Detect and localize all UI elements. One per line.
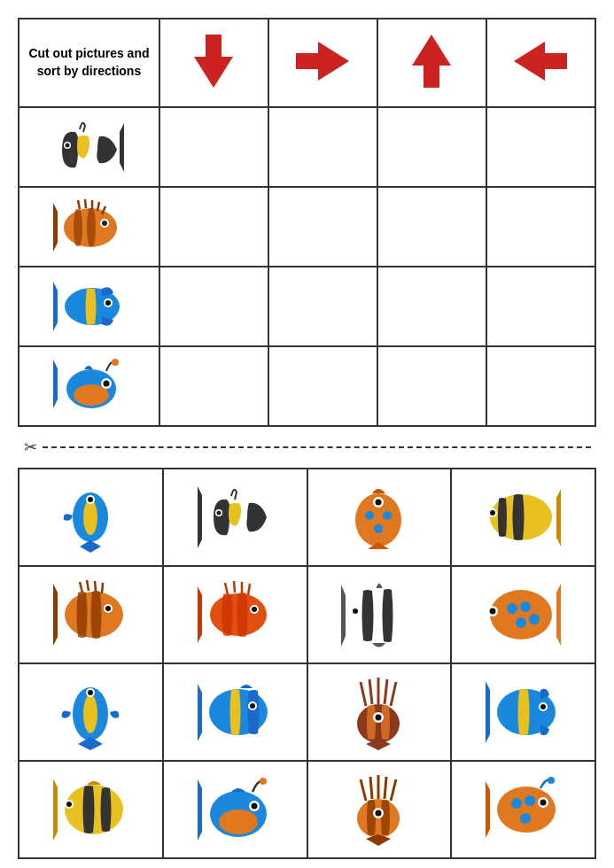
cutout-cell-4-3 [307,761,452,858]
svg-point-42 [376,499,382,505]
svg-marker-55 [198,586,202,643]
svg-point-24 [112,359,119,366]
svg-line-85 [361,682,366,706]
cutout-fish-2-2 [198,579,273,650]
svg-point-103 [219,810,258,834]
svg-line-58 [234,581,235,593]
fish-cell-2 [19,187,159,267]
svg-point-92 [376,714,382,720]
svg-line-111 [385,777,386,799]
svg-line-60 [248,584,250,595]
fish-1-icon [53,119,124,176]
svg-point-100 [66,802,72,807]
svg-line-49 [80,582,82,593]
svg-marker-3 [514,42,567,81]
svg-point-64 [349,589,411,642]
cutout-cell-1-4 [451,469,595,566]
cutout-fish-1-3 [341,480,416,555]
fish-cell-3 [19,267,159,346]
empty-3-2 [268,267,377,346]
svg-marker-47 [53,584,58,646]
cutout-fish-4-3 [341,772,416,848]
svg-point-119 [525,795,535,806]
svg-line-89 [391,682,396,706]
svg-line-52 [102,583,103,593]
svg-point-66 [353,608,358,614]
svg-point-38 [383,511,392,520]
svg-marker-97 [53,779,58,841]
row-3 [19,267,595,346]
arrow-right-icon [291,37,354,86]
svg-marker-43 [556,489,561,546]
svg-point-62 [252,607,257,612]
arrow-right-cell [268,19,377,107]
svg-marker-77 [78,737,103,750]
svg-marker-63 [341,585,346,647]
cutout-fish-1-4 [486,484,561,551]
svg-point-76 [83,694,97,733]
svg-point-79 [88,690,93,695]
svg-marker-17 [53,282,58,331]
cutout-cell-3-2 [163,663,307,761]
svg-line-112 [391,779,396,801]
cutout-cell-3-1 [19,663,163,761]
svg-point-74 [490,608,496,614]
svg-point-7 [66,143,70,147]
cutout-cell-4-2 [163,761,307,858]
cutout-fish-3-4 [486,679,561,746]
cutout-fish-2-4 [486,582,561,648]
svg-marker-116 [486,781,490,838]
instruction-text: Cut out pictures and sort by directions [28,46,149,78]
cutout-fish-4-2 [198,772,273,848]
empty-4-3 [377,346,486,426]
row-2 [19,187,595,267]
svg-marker-80 [198,684,202,741]
svg-point-123 [540,800,547,806]
cutout-cell-1-2 [163,469,307,566]
cut-line: ✂ [24,438,591,457]
svg-point-115 [376,810,382,816]
arrow-up-icon [408,30,456,92]
cutout-cell-3-3 [307,663,452,761]
svg-marker-2 [412,35,451,88]
svg-point-117 [497,787,556,833]
cutout-fish-3-1 [53,675,128,750]
empty-2-1 [159,187,268,267]
arrow-left-icon [509,37,571,86]
row-1 [19,107,595,187]
svg-line-11 [85,199,86,208]
svg-marker-93 [486,681,490,743]
svg-marker-67 [556,584,561,646]
svg-point-69 [507,603,517,614]
svg-point-96 [540,704,546,709]
cutout-row-1 [19,469,595,566]
svg-point-84 [357,704,400,743]
fish-cell-4 [19,346,159,426]
svg-point-39 [374,524,383,533]
svg-point-104 [260,778,267,785]
svg-point-35 [216,511,221,515]
svg-point-16 [102,221,107,226]
cutout-fish-1-2 [198,482,273,553]
empty-1-3 [377,107,486,187]
svg-point-72 [529,614,540,624]
empty-4-4 [486,346,595,426]
cutout-cell-4-1 [19,761,163,858]
svg-marker-101 [198,779,202,841]
cutout-cell-1-3 [307,469,452,566]
empty-1-1 [159,107,268,187]
fish-2-icon [53,198,124,256]
empty-2-2 [268,187,377,267]
svg-line-88 [385,679,387,704]
svg-point-54 [105,606,111,611]
svg-point-37 [365,511,374,520]
cutout-row-4 [19,761,595,858]
svg-line-86 [369,679,372,704]
cutout-cell-4-4 [451,761,595,858]
svg-marker-8 [53,203,58,252]
svg-line-108 [361,779,366,801]
empty-2-4 [486,187,595,267]
cutout-fish-3-3 [341,675,416,750]
svg-point-120 [520,813,531,824]
arrow-up-cell [377,19,486,107]
